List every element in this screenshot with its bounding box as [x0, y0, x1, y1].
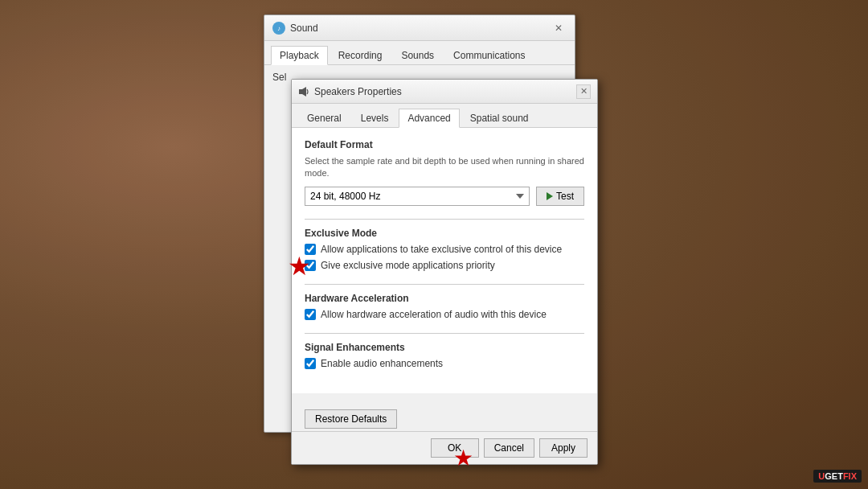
exclusive-priority-label: Give exclusive mode applications priorit… — [321, 260, 495, 271]
hardware-acceleration-title: Hardware Acceleration — [305, 293, 584, 304]
apply-button[interactable]: Apply — [539, 438, 588, 458]
signal-enhancements-row: Enable audio enhancements — [305, 358, 584, 369]
default-format-section: Default Format Select the sample rate an… — [305, 139, 584, 206]
exclusive-mode-title: Exclusive Mode — [305, 228, 584, 239]
restore-defaults-button[interactable]: Restore Defaults — [305, 409, 397, 429]
signal-enhancements-checkbox[interactable] — [305, 358, 316, 369]
ok-button[interactable]: OK — [431, 438, 479, 458]
tab-communications[interactable]: Communications — [444, 46, 534, 64]
signal-enhancements-label: Enable audio enhancements — [321, 358, 443, 369]
watermark: UGETFIX — [813, 470, 862, 483]
tab-sounds[interactable]: Sounds — [392, 46, 443, 64]
cancel-button[interactable]: Cancel — [484, 438, 534, 458]
sound-window-tabs: Playback Recording Sounds Communications — [264, 41, 575, 65]
speakers-dialog-close-button[interactable]: ✕ — [576, 84, 591, 99]
tab-playback[interactable]: Playback — [271, 46, 328, 65]
separator-2 — [305, 284, 584, 285]
exclusive-control-row: Allow applications to take exclusive con… — [305, 244, 584, 255]
sound-window-close-button[interactable]: ✕ — [551, 20, 567, 36]
play-icon — [547, 192, 553, 200]
dialog-footer: OK Cancel Apply — [292, 431, 597, 464]
exclusive-mode-section: Exclusive Mode Allow applications to tak… — [305, 228, 584, 271]
test-button-label: Test — [556, 191, 574, 202]
format-row: 24 bit, 48000 Hz Test — [305, 187, 584, 206]
exclusive-priority-row: Give exclusive mode applications priorit… — [305, 260, 584, 271]
hardware-accel-checkbox[interactable] — [305, 309, 316, 320]
speakers-dialog-tabs: General Levels Advanced Spatial sound — [292, 104, 597, 128]
speakers-dialog-title: Speakers Properties — [314, 86, 576, 97]
format-select[interactable]: 24 bit, 48000 Hz — [305, 187, 530, 206]
svg-rect-2 — [299, 89, 302, 94]
hardware-accel-label: Allow hardware acceleration of audio wit… — [321, 309, 547, 320]
test-button[interactable]: Test — [536, 187, 584, 206]
sound-window-title: Sound — [290, 23, 551, 34]
hardware-accel-row: Allow hardware acceleration of audio wit… — [305, 309, 584, 320]
separator-3 — [305, 333, 584, 334]
tab-spatial-sound[interactable]: Spatial sound — [461, 109, 538, 127]
separator-1 — [305, 219, 584, 220]
tab-advanced[interactable]: Advanced — [399, 109, 459, 128]
exclusive-priority-checkbox[interactable] — [305, 260, 316, 271]
watermark-get: GET — [825, 471, 843, 481]
default-format-title: Default Format — [305, 139, 584, 150]
hardware-acceleration-section: Hardware Acceleration Allow hardware acc… — [305, 293, 584, 320]
tab-levels[interactable]: Levels — [352, 109, 398, 127]
signal-enhancements-section: Signal Enhancements Enable audio enhance… — [305, 342, 584, 369]
svg-marker-3 — [302, 87, 306, 97]
speakers-dialog-titlebar: Speakers Properties ✕ — [292, 80, 597, 104]
tab-general[interactable]: General — [298, 109, 350, 127]
signal-enhancements-title: Signal Enhancements — [305, 342, 584, 353]
sound-window-icon: ♪ — [272, 22, 285, 35]
svg-text:♪: ♪ — [277, 25, 280, 32]
tab-recording[interactable]: Recording — [330, 46, 391, 64]
exclusive-control-label: Allow applications to take exclusive con… — [321, 244, 562, 255]
default-format-desc: Select the sample rate and bit depth to … — [305, 155, 584, 180]
speakers-properties-dialog: Speakers Properties ✕ General Levels Adv… — [291, 79, 598, 465]
watermark-fix: FIX — [843, 471, 857, 481]
exclusive-control-checkbox[interactable] — [305, 244, 316, 255]
speakers-dialog-body: Default Format Select the sample rate an… — [292, 128, 597, 393]
sound-window-titlebar: ♪ Sound ✕ — [264, 15, 575, 41]
speakers-icon — [298, 86, 309, 97]
